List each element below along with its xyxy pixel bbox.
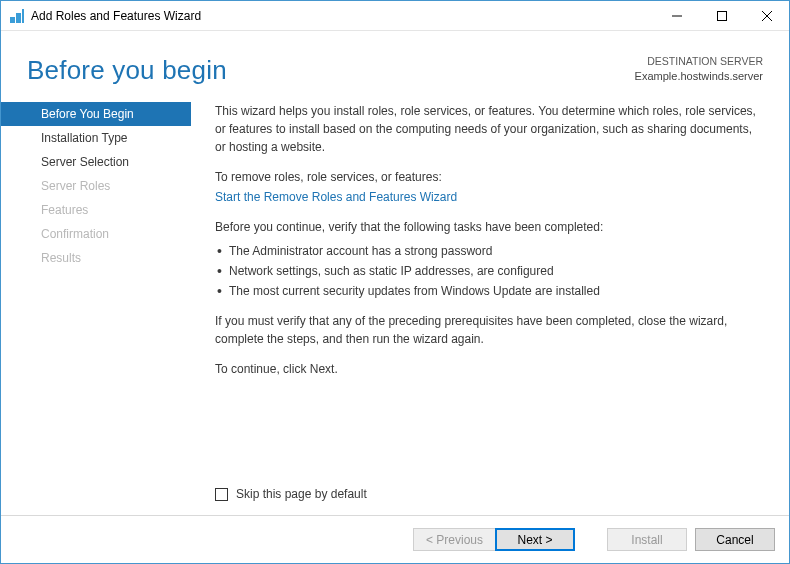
sidebar-item-installation-type[interactable]: Installation Type <box>1 126 191 150</box>
continue-text: To continue, click Next. <box>215 360 763 378</box>
footer: < Previous Next > Install Cancel <box>1 515 789 563</box>
sidebar-item-label: Features <box>41 203 88 217</box>
post-bullets-text: If you must verify that any of the prece… <box>215 312 763 348</box>
window-controls <box>654 1 789 30</box>
titlebar: Add Roles and Features Wizard <box>1 1 789 31</box>
sidebar-item-label: Results <box>41 251 81 265</box>
close-button[interactable] <box>744 1 789 30</box>
sidebar-item-label: Server Roles <box>41 179 110 193</box>
sidebar-item-server-selection[interactable]: Server Selection <box>1 150 191 174</box>
page-title: Before you begin <box>27 55 227 86</box>
destination-block: DESTINATION SERVER Example.hostwinds.ser… <box>635 55 763 83</box>
verify-label: Before you continue, verify that the fol… <box>215 218 763 236</box>
intro-text: This wizard helps you install roles, rol… <box>215 102 763 156</box>
list-item: Network settings, such as static IP addr… <box>215 262 763 280</box>
middle-area: Before You Begin Installation Type Serve… <box>1 94 789 487</box>
skip-checkbox[interactable] <box>215 488 228 501</box>
wizard-window: Add Roles and Features Wizard Before you… <box>0 0 790 564</box>
skip-label: Skip this page by default <box>236 487 367 501</box>
svg-rect-4 <box>717 11 726 20</box>
svg-rect-1 <box>16 13 21 23</box>
minimize-button[interactable] <box>654 1 699 30</box>
remove-label: To remove roles, role services, or featu… <box>215 168 763 186</box>
header: Before you begin DESTINATION SERVER Exam… <box>1 31 789 94</box>
list-item: The Administrator account has a strong p… <box>215 242 763 260</box>
skip-row: Skip this page by default <box>1 487 789 515</box>
maximize-button[interactable] <box>699 1 744 30</box>
sidebar-item-results: Results <box>1 246 191 270</box>
sidebar-item-label: Before You Begin <box>41 107 134 121</box>
destination-server: Example.hostwinds.server <box>635 69 763 83</box>
nav-button-pair: < Previous Next > <box>413 528 575 551</box>
install-button: Install <box>607 528 687 551</box>
sidebar-item-label: Confirmation <box>41 227 109 241</box>
list-item: The most current security updates from W… <box>215 282 763 300</box>
destination-label: DESTINATION SERVER <box>635 55 763 69</box>
content: This wizard helps you install roles, rol… <box>191 102 789 487</box>
sidebar-item-label: Installation Type <box>41 131 128 145</box>
server-manager-icon <box>9 8 25 24</box>
sidebar-item-label: Server Selection <box>41 155 129 169</box>
window-title: Add Roles and Features Wizard <box>31 9 654 23</box>
cancel-button[interactable]: Cancel <box>695 528 775 551</box>
sidebar-item-server-roles: Server Roles <box>1 174 191 198</box>
svg-rect-2 <box>22 9 24 23</box>
svg-rect-0 <box>10 17 15 23</box>
next-button[interactable]: Next > <box>495 528 575 551</box>
sidebar-item-before-you-begin[interactable]: Before You Begin <box>1 102 191 126</box>
sidebar-item-features: Features <box>1 198 191 222</box>
sidebar: Before You Begin Installation Type Serve… <box>1 102 191 487</box>
previous-button: < Previous <box>413 528 495 551</box>
sidebar-item-confirmation: Confirmation <box>1 222 191 246</box>
prereq-list: The Administrator account has a strong p… <box>215 242 763 300</box>
remove-wizard-link[interactable]: Start the Remove Roles and Features Wiza… <box>215 190 457 204</box>
